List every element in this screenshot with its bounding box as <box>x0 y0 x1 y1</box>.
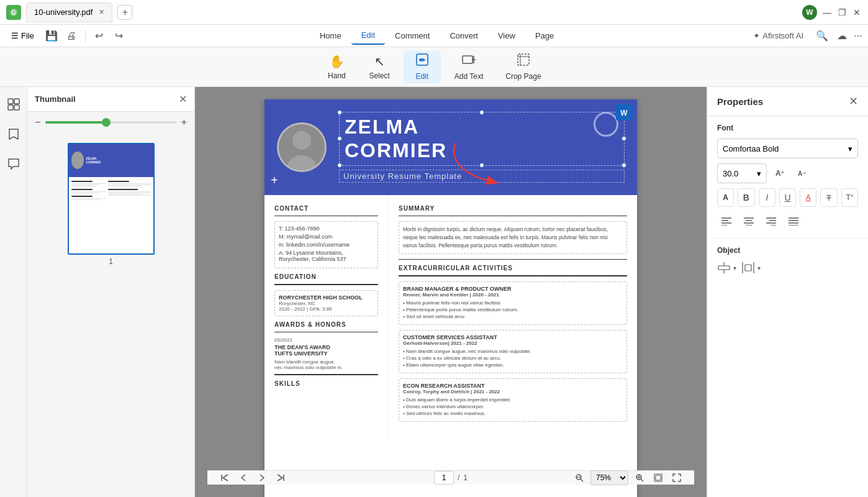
add-button[interactable]: + <box>271 173 278 188</box>
activity-item-2: CUSTOMER SERVICES ASSISTANT Gerhold-Halv… <box>399 330 627 373</box>
tab-close-button[interactable]: ✕ <box>99 8 104 16</box>
zoom-slider[interactable] <box>45 121 176 124</box>
handle-bottom-right[interactable] <box>622 163 626 168</box>
contact-section-title: CONTACT <box>274 205 378 212</box>
handle-middle-left[interactable] <box>337 136 342 141</box>
pdf-viewer[interactable]: ZELMACORMIER Univers <box>195 87 707 497</box>
save-button[interactable]: 💾 <box>43 27 60 45</box>
thumbnail-panel-title: Thumbnail <box>35 94 76 104</box>
thumb-avatar <box>71 152 84 169</box>
zoom-out-button[interactable] <box>572 470 587 485</box>
file-menu[interactable]: ☰ File <box>5 29 40 43</box>
search-button[interactable]: 🔍 <box>813 27 831 45</box>
bottom-left-tools <box>217 470 288 485</box>
new-tab-button[interactable]: + <box>117 5 132 20</box>
restore-button[interactable]: ❐ <box>837 7 847 17</box>
page-number-label: 1 <box>109 257 113 266</box>
resume-body: CONTACT T: 123-456-7890 M: mymail@mail.c… <box>264 195 637 437</box>
file-menu-label: File <box>21 31 34 40</box>
font-name-select[interactable]: Comfortaa Bold ▾ <box>717 139 858 158</box>
fullscreen-button[interactable] <box>669 470 684 485</box>
close-button[interactable]: ✕ <box>852 7 862 17</box>
next-page-button[interactable] <box>255 470 269 485</box>
align-left-button[interactable] <box>717 212 736 230</box>
font-size-chevron-icon: ▾ <box>757 169 761 178</box>
handle-top-left[interactable] <box>337 110 342 115</box>
format-bold-button[interactable]: B <box>738 188 754 207</box>
select-icon: ↖ <box>374 54 385 69</box>
align-justify-button[interactable] <box>784 212 803 230</box>
pdf-page: ZELMACORMIER Univers <box>264 99 637 497</box>
thumbnail-sidebar-button[interactable] <box>4 94 24 114</box>
crop-page-tool-button[interactable]: Crop Page <box>497 51 549 83</box>
font-increase-button[interactable]: A+ <box>772 165 789 182</box>
redo-button[interactable]: ↪ <box>111 27 128 45</box>
contact-box: T: 123-456-7890 M: mymail@mail.com in: l… <box>274 221 378 268</box>
contact-address-text: A: 94 Lysanne Mountains, Rorychester, Ca… <box>279 250 346 262</box>
format-color-button[interactable]: A <box>717 188 734 207</box>
edit-tool-button[interactable]: ✏ Edit <box>404 51 441 83</box>
contact-phone: T: 123-456-7890 <box>279 226 374 232</box>
bookmark-sidebar-button[interactable] <box>4 124 24 144</box>
add-text-tool-button[interactable]: Add Text <box>446 51 492 83</box>
print-button[interactable]: 🖨 <box>63 27 80 45</box>
nav-convert[interactable]: Convert <box>440 27 488 44</box>
activity-3-title: ECON RESEARCH ASSISTANT <box>403 383 623 389</box>
prev-page-button[interactable] <box>236 470 251 485</box>
font-size-select[interactable]: 30.0 ▾ <box>717 163 767 183</box>
cloud-button[interactable]: ☁ <box>833 27 851 45</box>
nav-page[interactable]: Page <box>525 27 564 44</box>
format-superscript-button[interactable]: Tx <box>841 188 858 207</box>
comment-sidebar-button[interactable] <box>4 154 24 174</box>
hand-tool-button[interactable]: ✋ Hand <box>318 51 355 83</box>
format-italic-button[interactable]: I <box>759 188 775 207</box>
nav-comment[interactable]: Comment <box>385 27 440 44</box>
ai-label: Afirstsoft AI <box>762 31 803 40</box>
ai-button[interactable]: ✦ Afirstsoft AI <box>746 29 811 43</box>
settings-button[interactable]: ⋯ <box>853 31 863 41</box>
zoom-in-button[interactable]: + <box>181 117 187 128</box>
nav-home[interactable]: Home <box>310 27 351 44</box>
font-size-value: 30.0 <box>723 169 738 178</box>
award-title: THE DEAN'S AWARDTUFTS UNIVERSITY <box>274 344 378 357</box>
svg-rect-10 <box>8 99 13 104</box>
pdf-tab[interactable]: 10-university.pdf ✕ <box>26 2 112 22</box>
align-right-button[interactable] <box>762 212 780 230</box>
resume-name[interactable]: ZELMACORMIER <box>339 112 625 166</box>
activity-3-company: Conroy, Torphy and Dietrich | 2021 - 202… <box>403 389 623 394</box>
handle-middle-right[interactable] <box>622 136 626 141</box>
fit-page-button[interactable] <box>651 470 666 485</box>
nav-view[interactable]: View <box>488 27 525 44</box>
handle-bottom-left[interactable] <box>337 163 342 168</box>
resume-subtitle[interactable]: University Resume Template <box>339 170 625 183</box>
last-page-button[interactable] <box>273 470 288 485</box>
align-center-button[interactable] <box>739 212 758 230</box>
activity-3-bullet-2: • Donec varius interdum ullamcorper. <box>403 404 623 409</box>
zoom-out-button[interactable]: − <box>35 117 40 128</box>
zoom-select[interactable]: 75% 100% 125% 150% <box>590 470 628 485</box>
format-underline-button[interactable]: U <box>779 188 796 207</box>
format-strikethrough-button[interactable]: T <box>820 188 837 207</box>
select-tool-button[interactable]: ↖ Select <box>360 51 398 83</box>
font-decrease-button[interactable]: A− <box>794 165 811 182</box>
undo-button[interactable]: ↩ <box>91 27 108 45</box>
main-toolbar: ✋ Hand ↖ Select ✏ Edit Add Text <box>0 47 868 87</box>
first-page-button[interactable] <box>217 470 232 485</box>
properties-panel: Properties ✕ Font Comfortaa Bold ▾ 30.0 … <box>707 87 868 497</box>
activity-3-bullets: • Duis aliquam libero a turpis imperdiet… <box>403 397 623 416</box>
nav-edit[interactable]: Edit <box>351 27 385 45</box>
current-page-input[interactable]: 1 <box>434 471 454 485</box>
extracurricular-section-line <box>399 275 627 276</box>
handle-top-center[interactable] <box>479 110 484 115</box>
properties-panel-close-button[interactable]: ✕ <box>849 94 858 108</box>
zoom-in-button[interactable] <box>632 470 647 485</box>
thumbnail-item[interactable]: ZELMACORMIER <box>68 143 155 266</box>
summary-text: Morbi in dignissim turpis, ac dictum neq… <box>399 221 627 253</box>
minimize-button[interactable]: — <box>822 7 832 17</box>
object-align-button[interactable]: ▾ <box>717 261 736 275</box>
object-align-chevron-icon: ▾ <box>733 265 736 271</box>
thumbnail-panel-close-button[interactable]: ✕ <box>179 93 187 105</box>
object-distribute-button[interactable]: ▾ <box>741 261 761 275</box>
handle-bottom-center[interactable] <box>479 163 484 168</box>
format-highlight-button[interactable]: A <box>800 188 816 207</box>
